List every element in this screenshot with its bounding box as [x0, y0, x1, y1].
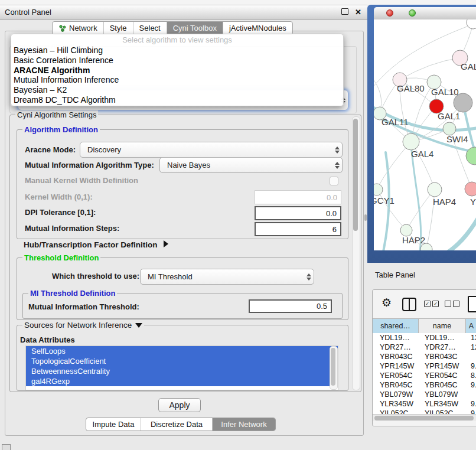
table-row[interactable]: YBL079WYBL079W	[373, 390, 476, 399]
expand-right-icon[interactable]	[164, 240, 168, 247]
tab-discretize-data[interactable]: Discretize Data	[141, 418, 213, 431]
table-cell[interactable]: YBL079W	[419, 390, 466, 399]
tab-cyni-toolbox[interactable]: Cyni Toolbox	[167, 22, 223, 34]
table-cell[interactable]: YPR145W	[419, 361, 466, 371]
table-hscrollbar-thumb[interactable]	[374, 416, 474, 420]
table-cell[interactable]: YDL19…	[373, 333, 419, 343]
settings-scrollbar-thumb[interactable]	[353, 119, 358, 231]
network-node-swi4[interactable]	[443, 122, 456, 135]
settings-scrollbar[interactable]	[352, 116, 360, 390]
select-all-icon[interactable]: ✓	[424, 301, 431, 307]
data-attribute-item[interactable]: TopologicalCoefficient	[26, 356, 338, 366]
table-row[interactable]: YDL19…YDL19…13	[373, 333, 476, 343]
data-attribute-item[interactable]: gal4RGexp	[26, 376, 338, 386]
table-cell[interactable]: YIL052C	[373, 409, 419, 414]
data-attributes-list[interactable]: SelfLoopsTopologicalCoefficientBetweenne…	[25, 345, 338, 390]
tab-impute-data[interactable]: Impute Data	[86, 418, 141, 431]
table-cell[interactable]: YDR27…	[373, 343, 419, 352]
table-cell[interactable]: YLR345W	[419, 399, 466, 409]
table-cell[interactable]: 8.	[466, 371, 476, 380]
column-header-shared-name[interactable]: shared…	[373, 319, 419, 333]
network-node-gcy1[interactable]	[374, 184, 383, 195]
dock-grip-icon[interactable]	[2, 444, 11, 450]
mi-steps-field[interactable]: 6	[255, 222, 341, 236]
tab-select[interactable]: Select	[133, 22, 167, 34]
network-edge[interactable]	[446, 216, 476, 250]
column-header-clipped[interactable]: A	[466, 319, 476, 333]
table-cell[interactable]	[466, 390, 476, 399]
algorithm-option[interactable]: Dream8 DC_TDC Algorithm	[11, 95, 343, 105]
aracne-mode-combobox[interactable]: Discovery	[80, 142, 343, 158]
table-cell[interactable]: YBR045C	[373, 380, 419, 390]
table-cell[interactable]: YLR345W	[373, 399, 419, 409]
table-cell[interactable]: 13	[466, 333, 476, 343]
close-traffic-light[interactable]	[386, 9, 393, 17]
collapse-down-icon[interactable]	[135, 323, 142, 328]
algorithm-option[interactable]: Bayesian – Hill Climbing	[11, 45, 343, 56]
table-row[interactable]: YDR27…YDR27…12	[373, 343, 476, 352]
network-node[interactable]	[454, 93, 472, 112]
splitter-handle[interactable]	[364, 214, 367, 221]
minimize-traffic-light[interactable]	[397, 9, 405, 17]
close-icon[interactable]: ✕	[355, 8, 361, 16]
table-cell[interactable]: YDL19…	[419, 333, 466, 343]
mi-algorithm-type-combobox[interactable]: Naive Bayes	[159, 157, 343, 173]
attributes-scrollbar-thumb[interactable]	[331, 348, 335, 386]
manual-kernel-width-checkbox[interactable]	[330, 177, 338, 185]
attributes-scrollbar[interactable]	[330, 346, 338, 390]
kernel-width-field[interactable]: 0.0	[255, 190, 341, 204]
algorithm-option[interactable]: Basic Correlation Inference	[11, 56, 343, 66]
tab-network[interactable]: Network	[53, 22, 104, 34]
zoom-traffic-light[interactable]	[409, 9, 416, 17]
algorithm-option[interactable]: Mutual Information Inference	[11, 75, 343, 85]
data-attribute-item[interactable]: BetweennessCentrality	[26, 366, 338, 376]
deselect-all-icon[interactable]	[445, 301, 451, 307]
table-cell[interactable]: 12	[466, 343, 476, 352]
table-row[interactable]: YIL052CYIL052C9	[373, 409, 476, 414]
table-cell[interactable]: 9	[466, 409, 476, 414]
network-node-gal4[interactable]	[403, 133, 419, 150]
table-cell[interactable]: YPR145W	[373, 361, 419, 371]
tab-style[interactable]: Style	[104, 22, 133, 34]
table-cell[interactable]: 9.	[466, 361, 476, 371]
table-cell[interactable]: YIL052C	[419, 409, 466, 414]
table-row[interactable]: YBR045CYBR045C9.	[373, 380, 476, 390]
network-node[interactable]	[467, 19, 476, 29]
table-cell[interactable]: YER054C	[373, 371, 419, 380]
gear-icon[interactable]: ⚙	[382, 297, 392, 309]
table-cell[interactable]: YER054C	[419, 371, 466, 380]
table-cell[interactable]: 9.	[466, 399, 476, 409]
network-node-y[interactable]	[465, 182, 476, 196]
table-cell[interactable]	[466, 352, 476, 361]
which-threshold-combobox[interactable]: MI Threshold	[140, 269, 314, 285]
select-all-icon[interactable]: ✓	[432, 301, 439, 307]
column-header-name[interactable]: name	[419, 319, 466, 333]
table-row[interactable]: YBR043CYBR043C	[373, 352, 476, 361]
table-row[interactable]: YER054CYER054C8.	[373, 371, 476, 380]
tab-infer-network[interactable]: Infer Network	[213, 418, 275, 431]
table-row[interactable]: YPR145WYPR145W9.	[373, 361, 476, 371]
apply-button[interactable]: Apply	[158, 398, 201, 412]
table-cell[interactable]: 9.	[466, 380, 476, 390]
table-cell[interactable]: YBL079W	[373, 390, 419, 399]
mi-threshold-field[interactable]: 0.5	[249, 299, 332, 313]
deselect-all-icon[interactable]	[453, 301, 459, 307]
float-window-icon[interactable]	[341, 8, 348, 15]
network-canvas[interactable]: GALGAL80GAL10GAL1GAL11SWI4GAL4GCY1HAP4YH…	[374, 19, 476, 250]
network-node-hap2[interactable]	[400, 224, 412, 236]
table-row[interactable]: YLR345WYLR345W9.	[373, 399, 476, 409]
dpi-tolerance-field[interactable]: 0.0	[255, 206, 341, 220]
algorithm-option[interactable]: Bayesian – K2	[11, 85, 343, 95]
table-cell[interactable]: YBR045C	[419, 380, 466, 390]
network-window-titlebar[interactable]	[374, 7, 476, 20]
algorithm-option[interactable]: ARACNE Algorithm	[11, 66, 343, 76]
data-attribute-item[interactable]: SelfLoops	[26, 346, 338, 356]
table-cell[interactable]: YBR043C	[373, 352, 419, 361]
network-node-hap4[interactable]	[428, 182, 442, 197]
new-column-icon[interactable]	[468, 296, 476, 312]
network-edge[interactable]	[377, 142, 411, 189]
split-columns-icon[interactable]	[402, 298, 416, 311]
table-cell[interactable]: YBR043C	[419, 352, 466, 361]
tab-jactivemnodules[interactable]: jActiveMNodules	[223, 22, 292, 34]
table-cell[interactable]: YDR27…	[419, 343, 466, 352]
